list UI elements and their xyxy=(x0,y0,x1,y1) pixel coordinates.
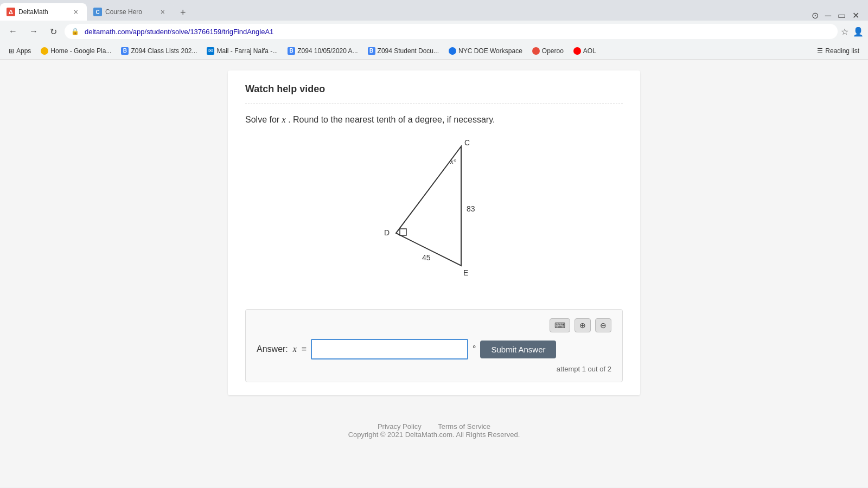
footer: Privacy Policy Terms of Service Copyrigh… xyxy=(337,412,531,450)
reading-list-label: Reading list xyxy=(825,47,859,55)
terms-of-service-link[interactable]: Terms of Service xyxy=(438,422,490,431)
reading-list-btn[interactable]: ☰ Reading list xyxy=(813,46,864,56)
answer-toolbar: ⌨ ⊕ ⊖ xyxy=(257,318,611,332)
back-button[interactable]: ← xyxy=(4,24,22,38)
apps-icon: ⊞ xyxy=(9,47,14,55)
problem-variable: x xyxy=(282,115,286,124)
bookmark-home-google[interactable]: Home - Google Pla... xyxy=(36,46,116,56)
svg-rect-1 xyxy=(400,229,406,235)
diagram-area: C D E x° 83 45 xyxy=(245,136,623,287)
watch-help-link[interactable]: Watch help video xyxy=(245,84,623,95)
profile-button[interactable]: 👤 xyxy=(853,27,864,37)
label-D: D xyxy=(384,228,390,237)
problem-prefix: Solve for xyxy=(245,115,279,124)
maximize-button[interactable]: ▭ xyxy=(838,10,846,21)
nyc-doe-icon xyxy=(449,47,456,55)
bookmark-operoo[interactable]: Operoo xyxy=(528,46,568,56)
answer-input[interactable] xyxy=(311,339,468,359)
bookmark-operoo-label: Operoo xyxy=(542,47,564,55)
bookmark-aol-label: AOL xyxy=(583,47,596,55)
bookmark-z094-10-icon: B xyxy=(288,47,295,55)
reading-list-icon: ☰ xyxy=(817,47,823,55)
triangle-diagram: C D E x° 83 45 xyxy=(353,136,515,287)
bookmark-star-button[interactable]: ☆ xyxy=(841,27,848,37)
label-45: 45 xyxy=(422,253,431,262)
submit-answer-button[interactable]: Submit Answer xyxy=(480,341,556,358)
bookmark-mail-label: Mail - Farraj Naifa -... xyxy=(216,47,278,55)
degree-symbol: ° xyxy=(473,344,476,354)
divider xyxy=(245,104,623,104)
answer-row: Answer: x = ° Submit Answer xyxy=(257,339,611,359)
zoom-out-button[interactable]: ⊖ xyxy=(595,318,611,332)
bookmark-nyc-doe[interactable]: NYC DOE Workspace xyxy=(444,46,527,56)
aol-icon xyxy=(573,47,581,55)
bookmark-home-label: Home - Google Pla... xyxy=(50,47,111,55)
close-button[interactable]: ✕ xyxy=(852,10,859,21)
tab-deltamath[interactable]: Δ DeltaMath × xyxy=(0,3,87,21)
bookmark-z094-student-icon: B xyxy=(368,47,375,55)
bookmark-z094-10-label: Z094 10/05/2020 A... xyxy=(297,47,358,55)
bookmark-apps[interactable]: ⊞ Apps xyxy=(4,46,35,56)
browser-chrome: Δ DeltaMath × C Course Hero × + ⊙ ─ ▭ ✕ … xyxy=(0,0,868,60)
google-play-icon xyxy=(41,47,48,55)
zoom-in-button[interactable]: ⊕ xyxy=(575,318,591,332)
bookmark-apps-label: Apps xyxy=(16,47,31,55)
label-83: 83 xyxy=(467,204,475,213)
bookmark-z094-student-label: Z094 Student Docu... xyxy=(378,47,439,55)
privacy-policy-link[interactable]: Privacy Policy xyxy=(378,422,422,431)
reload-button[interactable]: ↻ xyxy=(46,24,61,39)
mail-icon: ✉ xyxy=(207,47,214,55)
bookmark-nyc-doe-label: NYC DOE Workspace xyxy=(458,47,522,55)
window-controls: ⊙ ─ ▭ ✕ xyxy=(803,10,868,21)
forward-button[interactable]: → xyxy=(25,24,42,38)
label-C: C xyxy=(464,138,470,147)
bookmark-z094-icon: B xyxy=(121,47,129,55)
address-actions: ☆ 👤 xyxy=(841,27,864,37)
tab-close-deltamath[interactable]: × xyxy=(72,7,80,17)
deltamath-favicon: Δ xyxy=(7,8,15,16)
navigation-bar: ← → ↻ 🔒 deltamath.com/app/student/solve/… xyxy=(0,21,868,42)
bookmark-aol[interactable]: AOL xyxy=(569,46,601,56)
address-bar[interactable]: 🔒 deltamath.com/app/student/solve/137661… xyxy=(65,24,838,39)
tab-coursehero[interactable]: C Course Hero × xyxy=(87,3,174,21)
minimize-button[interactable]: ─ xyxy=(825,11,831,21)
bookmark-z094-10[interactable]: B Z094 10/05/2020 A... xyxy=(283,46,362,56)
lock-icon: 🔒 xyxy=(71,28,79,35)
label-E: E xyxy=(463,268,468,277)
tab-close-coursehero[interactable]: × xyxy=(158,7,167,17)
cast-icon[interactable]: ⊙ xyxy=(812,10,819,21)
address-text: deltamath.com/app/student/solve/13766159… xyxy=(85,28,831,36)
keyboard-button[interactable]: ⌨ xyxy=(550,318,570,332)
bookmark-z094-class[interactable]: B Z094 Class Lists 202... xyxy=(117,46,201,56)
answer-label: Answer: x = xyxy=(257,344,307,354)
problem-suffix: . Round to the nearest tenth of a degree… xyxy=(288,115,495,124)
new-tab-button[interactable]: + xyxy=(176,5,190,21)
label-x-angle: x° xyxy=(450,157,456,165)
main-card: Watch help video Solve for x . Round to … xyxy=(228,70,640,395)
bookmark-z094-class-label: Z094 Class Lists 202... xyxy=(131,47,197,55)
copyright-text: Copyright © 2021 DeltaMath.com. All Righ… xyxy=(348,431,520,439)
operoo-icon xyxy=(532,47,540,55)
page-content: Watch help video Solve for x . Round to … xyxy=(0,60,868,487)
problem-statement: Solve for x . Round to the nearest tenth… xyxy=(245,115,623,125)
attempt-count: attempt 1 out of 2 xyxy=(257,365,611,373)
answer-area: ⌨ ⊕ ⊖ Answer: x = ° Submit Answer attemp… xyxy=(245,309,623,382)
bookmark-mail[interactable]: ✉ Mail - Farraj Naifa -... xyxy=(202,46,282,56)
tab-title-deltamath: DeltaMath xyxy=(18,8,68,16)
tab-title-coursehero: Course Hero xyxy=(105,8,155,16)
bookmark-z094-student[interactable]: B Z094 Student Docu... xyxy=(363,46,443,56)
bookmarks-bar: ⊞ Apps Home - Google Pla... B Z094 Class… xyxy=(0,42,868,60)
coursehero-favicon: C xyxy=(93,8,102,16)
